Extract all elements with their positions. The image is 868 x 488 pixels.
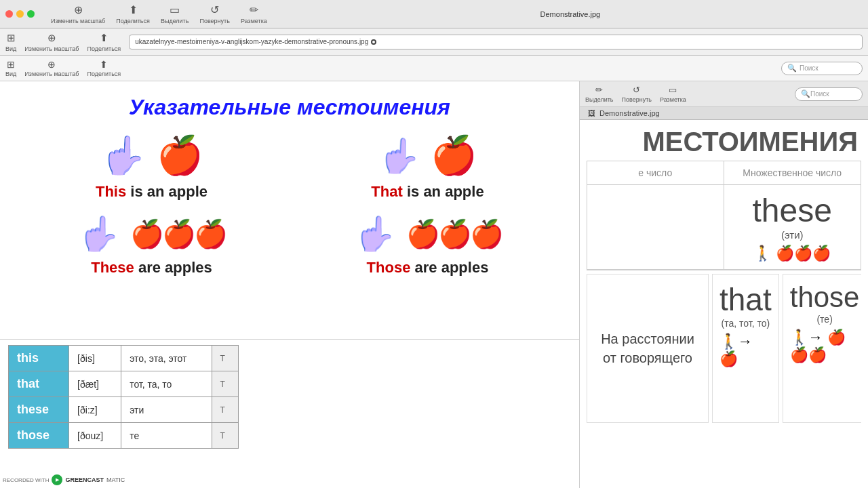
that-visual: 👆 🍎 <box>378 134 477 178</box>
top-toolbar: ⊕ Изменить масштаб ⬆ Поделиться ▭ Выдели… <box>0 0 868 28</box>
these-word: These <box>91 259 134 276</box>
search-bar[interactable]: 🔍 Поиск <box>781 62 863 75</box>
those-russian: те <box>121 423 212 449</box>
table-row: this [ðis] это, эта, этот T <box>9 346 239 371</box>
cursor-indicator <box>371 39 376 45</box>
share3-button[interactable]: ⬆ Поделиться <box>87 59 121 77</box>
that-figure: 🚶→ 🍎 <box>719 333 772 368</box>
those-caption: Those are apples <box>367 259 489 277</box>
right-panel: ✏ Выделить ↺ Повернуть ▭ Разметка 🔍 Поис… <box>580 81 868 488</box>
hand-pointer-those: 👆 <box>354 214 396 253</box>
plural-label: Множественное число <box>743 167 842 178</box>
example-those: 👆 🍎🍎🍎 Those are apples <box>296 214 559 277</box>
zoom3-button[interactable]: ⊕ Изменить масштаб <box>24 59 79 77</box>
zoom2-button[interactable]: ⊕ Изменить масштаб <box>24 32 79 52</box>
this-rest: is an apple <box>130 183 208 200</box>
minimize-button[interactable] <box>16 10 24 18</box>
right-word-table: е число Множественное число these (эти) … <box>587 161 861 270</box>
distance-label: На расстоянии от говорящего <box>594 329 701 367</box>
greencast-icon: ▶ <box>56 477 59 483</box>
that-right-cell: that (та, тот, то) 🚶→ 🍎 <box>712 274 779 423</box>
zoom2-icon: ⊕ <box>47 32 56 44</box>
these-cell: these <box>9 397 69 423</box>
right-search-bar[interactable]: 🔍 Поиск <box>795 87 863 101</box>
this-abbr: T <box>212 346 238 371</box>
apple-this: 🍎 <box>157 134 203 178</box>
select-button[interactable]: ▭ Выделить <box>161 3 189 24</box>
rotate-button[interactable]: ↺ Повернуть <box>199 3 229 24</box>
rotate-icon: ↺ <box>210 3 219 16</box>
singular-header-cell: е число <box>587 161 724 185</box>
those-cell: those <box>9 423 69 449</box>
url-text: ukazatelnyye-mestoimeniya-v-anglijskom-y… <box>135 38 368 45</box>
apples-those: 🍎🍎🍎 <box>406 218 502 250</box>
view-icon: ⊞ <box>7 32 16 44</box>
these-translation: (эти) <box>781 229 804 241</box>
url-bar[interactable]: ukazatelnyye-mestoimeniya-v-anglijskom-y… <box>129 35 863 49</box>
share3-icon: ⬆ <box>100 59 108 70</box>
second-toolbar: ⊞ Вид ⊕ Изменить масштаб ⬆ Поделиться uk… <box>0 28 868 56</box>
example-that: 👆 🍎 That is an apple <box>296 134 559 201</box>
right-rotate-button[interactable]: ↺ Повернуть <box>622 85 652 103</box>
right-search-icon: 🔍 <box>801 89 810 98</box>
right-header: МЕСТОИМЕНИЯ <box>583 123 865 161</box>
file-tab: 🖼 Demonstrative.jpg <box>580 107 868 120</box>
right-rotate-icon: ↺ <box>633 85 640 95</box>
right-rotate-label: Повернуть <box>622 96 652 103</box>
apple-that: 🍎 <box>431 134 477 178</box>
select-icon: ▭ <box>170 3 180 16</box>
window-controls[interactable] <box>5 10 35 18</box>
close-button[interactable] <box>5 10 13 18</box>
search-icon: 🔍 <box>787 64 797 73</box>
this-russian: это, эта, этот <box>121 346 212 371</box>
distance-text-cell: На расстоянии от говорящего <box>587 274 709 423</box>
markup-icon: ✏ <box>250 3 258 16</box>
share2-button[interactable]: ⬆ Поделиться <box>87 32 121 52</box>
table-row: those [ðouz] те T <box>9 423 239 449</box>
main-content: Указательные местоимения 👆 🍎 This is an … <box>0 81 868 488</box>
view3-button[interactable]: ⊞ Вид <box>5 59 16 77</box>
zoom-button[interactable]: ⊕ Изменить масштаб <box>51 3 105 24</box>
view-button[interactable]: ⊞ Вид <box>5 32 16 52</box>
those-phonetic: [ðouz] <box>69 423 121 449</box>
right-select-label: Выделить <box>585 96 614 103</box>
right-search-placeholder: Поиск <box>810 90 829 98</box>
right-select-icon: ✏ <box>595 85 603 95</box>
these-phonetic: [ði:z] <box>69 397 121 423</box>
right-select-button[interactable]: ✏ Выделить <box>585 85 614 103</box>
those-rest: are apples <box>415 259 489 276</box>
markup-button[interactable]: ✏ Разметка <box>241 3 267 24</box>
right-toolbar: ✏ Выделить ↺ Повернуть ▭ Разметка 🔍 Поис… <box>580 81 868 107</box>
pronoun-table: this [ðis] это, эта, этот T that [ðæt] т… <box>8 345 239 449</box>
hand-pointer-that: 👆 <box>378 136 420 176</box>
example-this: 👆 🍎 This is an apple <box>20 134 283 201</box>
these-figure: 🚶 🍎🍎🍎 <box>753 245 831 262</box>
image-title: Указательные местоимения <box>129 95 450 120</box>
these-large-word: these <box>753 192 832 229</box>
greencast-logo: ▶ <box>52 474 62 485</box>
apples-these: 🍎🍎🍎 <box>130 218 226 250</box>
this-word: This <box>96 183 126 200</box>
zoom3-icon: ⊕ <box>47 59 56 70</box>
image-content: Указательные местоимения 👆 🍎 This is an … <box>0 81 579 339</box>
share-button[interactable]: ⬆ Поделиться <box>116 3 150 24</box>
that-large-word: that <box>719 281 772 318</box>
right-markup-icon: ▭ <box>669 85 677 95</box>
maximize-button[interactable] <box>27 10 35 18</box>
right-markup-label: Разметка <box>660 96 686 103</box>
this-right-cell <box>587 185 724 270</box>
file-name: Demonstrative.jpg <box>599 109 660 117</box>
those-large-word: those <box>790 281 860 314</box>
that-cell: that <box>9 371 69 397</box>
those-word: Those <box>367 259 411 276</box>
those-abbr: T <box>212 423 238 449</box>
bottom-right-area: На расстоянии от говорящего that (та, то… <box>587 274 861 423</box>
that-rest: is an apple <box>407 183 484 200</box>
hand-pointer-these: 👆 <box>78 214 120 253</box>
file-icon: 🖼 <box>588 109 595 117</box>
that-caption: That is an apple <box>371 183 484 201</box>
this-cell: this <box>9 346 69 371</box>
hand-pointer-this: 👆 <box>100 134 146 178</box>
this-visual: 👆 🍎 <box>100 134 203 178</box>
right-markup-button[interactable]: ▭ Разметка <box>660 85 686 103</box>
